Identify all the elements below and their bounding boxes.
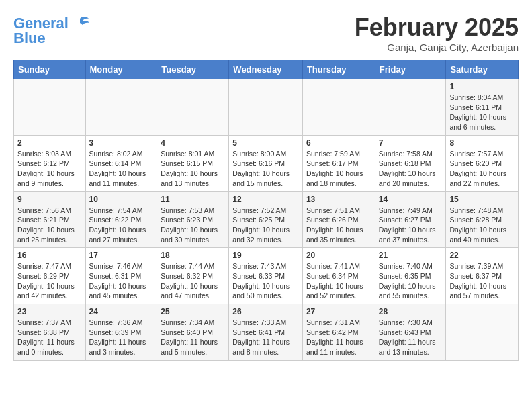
day-info-text: Daylight: 10 hours and 47 minutes. [161,281,225,301]
day-number: 16 [17,250,82,260]
day-info-text: Daylight: 11 hours and 0 minutes. [17,337,82,357]
column-header-saturday: Saturday [446,60,519,79]
day-info-text: Sunset: 6:37 PM [449,271,515,281]
day-info-text: Daylight: 10 hours and 50 minutes. [232,281,299,301]
calendar-cell [157,79,229,136]
day-info-text: Sunrise: 7:52 AM [232,205,299,216]
calendar-cell: 3Sunrise: 8:02 AMSunset: 6:14 PMDaylight… [85,135,157,191]
day-number: 14 [379,195,443,204]
calendar-cell: 27Sunrise: 7:31 AMSunset: 6:42 PMDayligh… [302,304,375,361]
day-number: 2 [17,138,82,148]
column-header-friday: Friday [375,60,446,79]
day-info-text: Sunset: 6:27 PM [379,215,443,225]
day-info-text: Sunrise: 8:03 AM [17,149,82,159]
day-info-text: Daylight: 11 hours and 3 minutes. [89,337,154,357]
calendar-cell: 14Sunrise: 7:49 AMSunset: 6:27 PMDayligh… [375,191,446,248]
calendar-week-row: 1Sunrise: 8:04 AMSunset: 6:11 PMDaylight… [14,79,519,136]
day-info-text: Daylight: 10 hours and 6 minutes. [449,112,515,132]
day-number: 9 [17,195,82,204]
day-info-text: Daylight: 10 hours and 18 minutes. [306,169,371,188]
calendar-cell: 24Sunrise: 7:36 AMSunset: 6:39 PMDayligh… [85,304,157,361]
column-header-sunday: Sunday [14,60,86,79]
title-block: February 2025 Ganja, Ganja City, Azerbai… [355,13,519,53]
day-info-text: Sunset: 6:38 PM [17,328,82,338]
calendar-week-row: 9Sunrise: 7:56 AMSunset: 6:21 PMDaylight… [14,191,519,248]
day-info-text: Sunset: 6:14 PM [89,158,154,169]
day-number: 15 [449,195,515,204]
day-info-text: Sunrise: 7:39 AM [449,261,515,271]
logo: General Blue [13,13,90,46]
calendar-cell: 13Sunrise: 7:51 AMSunset: 6:26 PMDayligh… [302,191,375,248]
day-number: 18 [161,250,225,260]
main-title: February 2025 [355,13,519,42]
day-info-text: Sunrise: 7:59 AM [306,149,371,159]
day-info-text: Daylight: 11 hours and 8 minutes. [232,337,299,357]
day-number: 1 [449,82,515,91]
day-info-text: Sunset: 6:12 PM [17,158,82,169]
day-number: 26 [232,307,299,316]
day-info-text: Sunrise: 7:36 AM [89,318,154,328]
day-info-text: Daylight: 10 hours and 32 minutes. [232,225,299,244]
calendar-cell: 21Sunrise: 7:40 AMSunset: 6:35 PMDayligh… [375,248,446,304]
day-info-text: Sunset: 6:41 PM [232,328,299,338]
subtitle: Ganja, Ganja City, Azerbaijan [355,42,519,53]
day-number: 5 [232,138,299,148]
day-info-text: Sunset: 6:40 PM [161,328,225,338]
calendar-cell: 20Sunrise: 7:41 AMSunset: 6:34 PMDayligh… [302,248,375,304]
day-info-text: Daylight: 10 hours and 15 minutes. [232,169,299,188]
day-info-text: Sunrise: 7:51 AM [306,205,371,216]
day-number: 23 [17,307,82,316]
day-info-text: Daylight: 10 hours and 40 minutes. [449,225,515,244]
column-header-wednesday: Wednesday [229,60,303,79]
day-info-text: Sunrise: 7:37 AM [17,318,82,328]
day-number: 22 [449,250,515,260]
day-number: 24 [89,307,154,316]
calendar-cell [446,304,519,361]
calendar-cell: 19Sunrise: 7:43 AMSunset: 6:33 PMDayligh… [229,248,303,304]
day-info-text: Daylight: 10 hours and 13 minutes. [161,169,225,188]
day-info-text: Sunrise: 7:53 AM [161,205,225,216]
day-info-text: Sunset: 6:35 PM [379,271,443,281]
calendar-cell: 18Sunrise: 7:44 AMSunset: 6:32 PMDayligh… [157,248,229,304]
calendar-cell: 25Sunrise: 7:34 AMSunset: 6:40 PMDayligh… [157,304,229,361]
day-info-text: Daylight: 10 hours and 9 minutes. [17,169,82,188]
logo-text: General [13,16,69,31]
day-number: 4 [161,138,225,148]
calendar-cell: 16Sunrise: 7:47 AMSunset: 6:29 PMDayligh… [14,248,86,304]
day-info-text: Sunset: 6:39 PM [89,328,154,338]
day-number: 20 [306,250,371,260]
day-info-text: Daylight: 10 hours and 30 minutes. [161,225,225,244]
day-info-text: Sunrise: 8:02 AM [89,149,154,159]
calendar-cell: 12Sunrise: 7:52 AMSunset: 6:25 PMDayligh… [229,191,303,248]
day-info-text: Daylight: 10 hours and 27 minutes. [89,225,154,244]
day-number: 12 [232,195,299,204]
logo-bird-icon [70,13,90,34]
day-info-text: Sunrise: 7:41 AM [306,261,371,271]
day-info-text: Sunrise: 7:58 AM [379,149,443,159]
calendar-cell: 5Sunrise: 8:00 AMSunset: 6:16 PMDaylight… [229,135,303,191]
page-header: General Blue February 2025 Ganja, Ganja … [13,13,519,53]
day-info-text: Sunset: 6:15 PM [161,158,225,169]
day-info-text: Daylight: 10 hours and 57 minutes. [449,281,515,301]
day-info-text: Sunset: 6:33 PM [232,271,299,281]
column-header-tuesday: Tuesday [157,60,229,79]
calendar-cell: 15Sunrise: 7:48 AMSunset: 6:28 PMDayligh… [446,191,519,248]
day-info-text: Sunset: 6:28 PM [449,215,515,225]
calendar-cell: 2Sunrise: 8:03 AMSunset: 6:12 PMDaylight… [14,135,86,191]
day-info-text: Sunset: 6:22 PM [89,215,154,225]
day-info-text: Sunset: 6:32 PM [161,271,225,281]
day-info-text: Daylight: 10 hours and 42 minutes. [17,281,82,301]
day-info-text: Sunrise: 7:56 AM [17,205,82,216]
day-info-text: Sunset: 6:20 PM [449,158,515,169]
day-info-text: Sunset: 6:26 PM [306,215,371,225]
day-number: 6 [306,138,371,148]
calendar-cell: 7Sunrise: 7:58 AMSunset: 6:18 PMDaylight… [375,135,446,191]
day-info-text: Sunrise: 7:33 AM [232,318,299,328]
day-info-text: Sunset: 6:23 PM [161,215,225,225]
calendar-cell: 10Sunrise: 7:54 AMSunset: 6:22 PMDayligh… [85,191,157,248]
day-info-text: Daylight: 10 hours and 45 minutes. [89,281,154,301]
calendar-cell [229,79,303,136]
day-info-text: Daylight: 10 hours and 52 minutes. [306,281,371,301]
column-header-monday: Monday [85,60,157,79]
calendar-cell: 17Sunrise: 7:46 AMSunset: 6:31 PMDayligh… [85,248,157,304]
